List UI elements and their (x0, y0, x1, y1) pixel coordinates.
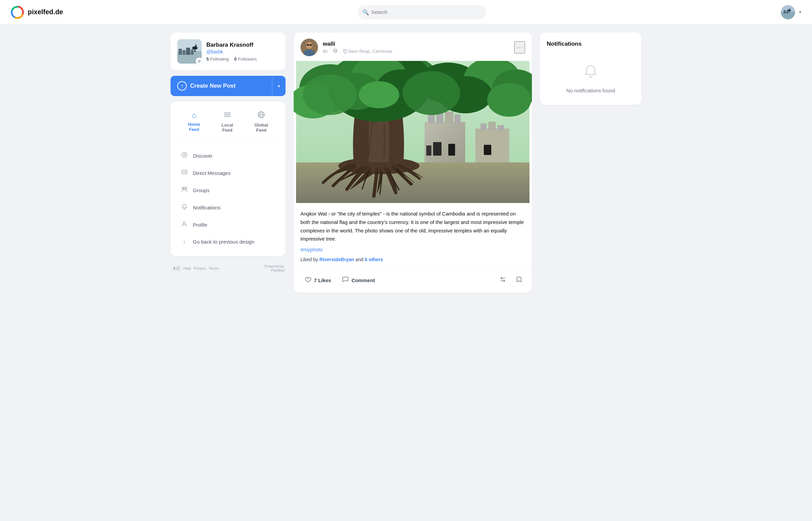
bookmark-button[interactable] (513, 273, 525, 287)
svg-point-88 (303, 74, 357, 115)
footer-left: A↕Z Help Privacy Terms (172, 266, 219, 271)
post-actions: 7 Likes Comment (294, 269, 532, 293)
post-avatar[interactable] (300, 39, 318, 56)
bookmark-icon (516, 276, 522, 283)
logo-link[interactable]: pixelfed.de (11, 5, 63, 19)
header-right: ▾ (781, 5, 801, 19)
search-icon: 🔍 (362, 9, 369, 15)
svg-point-5 (787, 9, 791, 12)
footer-powered: Powered by Pixelfed (265, 264, 284, 272)
tab-global-feed[interactable]: GlobalFeed (250, 108, 272, 135)
account-dropdown-icon[interactable]: ▾ (799, 10, 801, 15)
terms-link[interactable]: Terms (208, 266, 219, 270)
svg-rect-75 (475, 129, 509, 162)
meta-dot-1: · (330, 49, 331, 54)
svg-rect-33 (307, 44, 309, 46)
svg-rect-71 (454, 114, 460, 123)
discover-label: Discover (193, 153, 212, 159)
notifications-title: Notifications (547, 41, 635, 47)
create-post-main: ↑ Create New Post (171, 76, 272, 96)
followers-label: Followers (238, 56, 257, 62)
post-actions-right (497, 273, 525, 287)
nav-items: Discover Direct Messages (177, 148, 279, 249)
heart-icon (304, 276, 311, 285)
sidebar-item-profile[interactable]: Profile (177, 217, 279, 233)
svg-rect-67 (425, 122, 465, 162)
bell-empty-icon (583, 64, 599, 83)
likes-others-link[interactable]: 6 others (365, 257, 383, 262)
site-name: pixelfed.de (28, 8, 63, 16)
profile-name: Barbara Krasnoff (206, 42, 257, 48)
search-area: 🔍 (63, 5, 781, 19)
repost-button[interactable] (497, 273, 509, 287)
groups-icon (181, 186, 188, 194)
post-user-info: walli 8h · · (323, 41, 392, 54)
create-post-button[interactable]: ↑ Create New Post ▾ (171, 76, 286, 96)
svg-rect-10 (179, 49, 182, 55)
svg-point-87 (359, 81, 399, 108)
chevron-down-icon: ▾ (278, 84, 280, 89)
search-wrapper: 🔍 (358, 5, 486, 19)
location-text: Siem Reap, Cambodia (348, 49, 392, 54)
logo-icon (11, 5, 24, 19)
sidebar-footer: A↕Z Help Privacy Terms Powered by Pixelf… (171, 262, 286, 275)
sidebar-item-groups[interactable]: Groups (177, 182, 279, 198)
comment-label: Comment (352, 277, 375, 283)
more-icon: ⋯ (516, 44, 523, 51)
az-badge: A↕Z (172, 266, 181, 271)
svg-rect-70 (445, 112, 453, 123)
groups-label: Groups (193, 187, 209, 193)
help-link[interactable]: Help (183, 266, 191, 270)
search-input[interactable] (358, 5, 486, 19)
privacy-link[interactable]: Privacy (194, 266, 206, 270)
svg-rect-3 (784, 10, 786, 14)
svg-point-23 (182, 153, 187, 158)
create-post-label: Create New Post (190, 83, 235, 89)
create-post-dropdown-btn[interactable]: ▾ (272, 84, 286, 89)
nav-card: ⌂ HomeFeed LocalFeed (171, 101, 286, 256)
profile-handle[interactable]: @barbk (206, 49, 257, 54)
post-location: Siem Reap, Cambodia (343, 49, 392, 54)
post-likes-info: Liked by RiversideBryan and 6 others (300, 257, 525, 262)
sidebar-item-direct-messages[interactable]: Direct Messages (177, 165, 279, 181)
notifications-empty: No notifications found (547, 57, 635, 97)
global-feed-label: GlobalFeed (254, 122, 268, 133)
post-body: Angkor Wat - or "the city of temples" - … (294, 203, 532, 269)
discover-icon (181, 152, 188, 160)
post-card: walli 8h · · (294, 32, 532, 293)
svg-point-39 (344, 50, 346, 51)
svg-rect-12 (186, 48, 190, 55)
svg-rect-76 (480, 123, 487, 130)
local-feed-label: LocalFeed (222, 122, 233, 133)
svg-rect-13 (191, 49, 194, 55)
comment-button[interactable]: Comment (338, 273, 379, 287)
tab-local-feed[interactable]: LocalFeed (218, 108, 237, 135)
post-header: walli 8h · · (294, 32, 532, 61)
user-avatar-header[interactable] (781, 5, 795, 19)
direct-messages-label: Direct Messages (193, 170, 231, 176)
post-meta: 8h · · (323, 48, 392, 54)
sidebar-item-go-back[interactable]: ‹ Go back to previous design (177, 234, 279, 249)
create-post-upload-icon: ↑ (177, 81, 187, 91)
profile-info: Barbara Krasnoff @barbk 5 Following 0 Fo… (206, 42, 257, 62)
settings-badge[interactable]: ⚙ (196, 58, 203, 65)
notifications-label: Notifications (193, 205, 221, 210)
post-hashtag[interactable]: #myphoto (300, 247, 323, 252)
post-username[interactable]: walli (323, 41, 392, 47)
following-label: Following (210, 56, 229, 62)
like-count: 7 Likes (314, 277, 331, 283)
svg-rect-25 (182, 170, 187, 174)
svg-rect-78 (497, 125, 504, 130)
post-user: walli 8h · · (300, 39, 392, 56)
post-more-button[interactable]: ⋯ (514, 41, 525, 53)
likes-user-link[interactable]: RiversideBryan (319, 257, 354, 262)
svg-point-24 (184, 154, 185, 156)
sidebar-item-notifications[interactable]: Notifications (177, 200, 279, 216)
following-stat: 5 Following (206, 56, 229, 62)
notifications-icon (181, 204, 188, 211)
sidebar-item-discover[interactable]: Discover (177, 148, 279, 164)
like-button[interactable]: 7 Likes (300, 273, 335, 287)
svg-rect-11 (183, 50, 185, 55)
svg-rect-69 (436, 113, 443, 123)
tab-home-feed[interactable]: ⌂ HomeFeed (184, 108, 204, 135)
